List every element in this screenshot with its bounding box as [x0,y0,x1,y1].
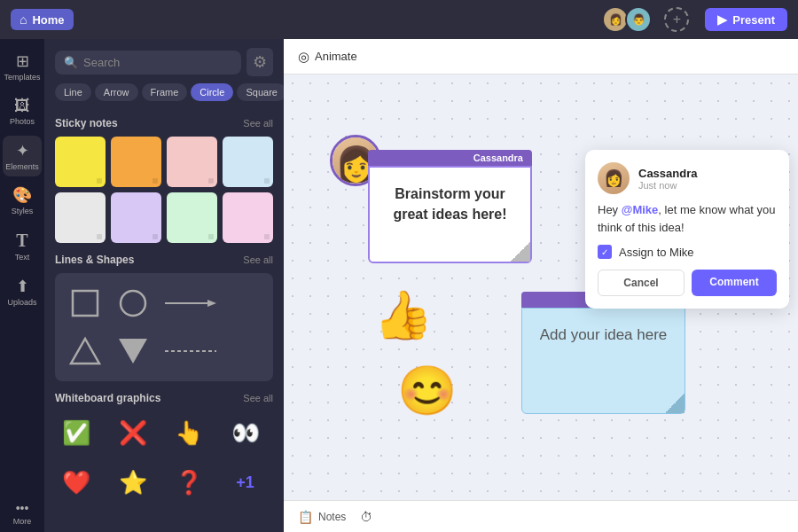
graphic-point[interactable]: 👆 [168,411,210,454]
styles-label: Styles [12,207,34,216]
sidebar-item-text[interactable]: T Text [3,225,42,268]
present-label: Present [732,13,775,27]
whiteboard-graphics-see-all[interactable]: See all [243,393,273,403]
sidebar-item-templates[interactable]: ⊞ Templates [3,46,42,88]
smiley-emoji[interactable]: 😊 [397,363,457,419]
sticky-green[interactable] [167,192,217,243]
canvas-area[interactable]: 👩 Cassandra Brainstorm your great ideas … [284,74,798,500]
left-panel: 🔍 ⚙ Line Arrow Frame Circle Square › Sti… [44,39,284,532]
lines-shapes-see-all[interactable]: See all [243,254,273,265]
tab-frame[interactable]: Frame [142,83,188,101]
graphic-plus1[interactable]: +1 [224,461,267,504]
photos-icon: 🖼 [14,97,30,115]
templates-label: Templates [4,73,40,82]
photos-label: Photos [10,117,35,127]
cassandra-tag: Cassandra [368,150,532,166]
sticky-notes-grid [55,137,273,243]
uploads-icon: ⬆ [16,277,29,296]
sticky-white[interactable] [55,192,106,243]
mike-sticky-text: Add your idea here [540,326,668,343]
panel-scroll: Sticky notes See all Lines & Shapes See … [44,108,284,532]
search-box[interactable]: 🔍 [55,51,241,74]
sidebar-item-photos[interactable]: 🖼 Photos [3,91,42,132]
timer-button[interactable]: ⏱ [360,510,372,524]
sticky-mauve[interactable] [223,192,273,243]
notes-button[interactable]: 📋 Notes [298,510,346,524]
graphic-heart[interactable]: ❤️ [55,461,98,504]
sticky-notes-see-all[interactable]: See all [243,118,273,129]
animate-label: Animate [315,50,357,63]
svg-rect-0 [73,291,98,316]
shape-down-triangle[interactable] [112,330,154,372]
uploads-label: Uploads [7,298,36,308]
sticky-yellow[interactable] [55,137,106,187]
timer-icon: ⏱ [360,510,372,524]
graphic-star[interactable]: ⭐ [112,461,154,504]
present-icon: ▶ [717,12,727,27]
sticky-orange[interactable] [111,137,161,187]
comment-user: Cassandra [638,167,697,180]
shape-line-solid[interactable] [160,292,223,315]
elements-icon: ✦ [16,141,29,160]
search-input[interactable] [83,56,232,69]
comment-card: 👩 Cassandra Just now Hey @Mike, let me k… [585,150,789,309]
graphic-question[interactable]: ❓ [168,461,210,504]
lines-shapes-header: Lines & Shapes See all [55,254,273,266]
filter-button[interactable]: ⚙ [246,48,273,76]
present-button[interactable]: ▶ Present [705,8,787,31]
search-icon: 🔍 [64,56,78,69]
comment-text: Hey @Mike, let me know what you think of… [598,201,777,236]
add-collaborator-button[interactable]: + [664,7,689,32]
sidebar-item-elements[interactable]: ✦ Elements [3,136,42,177]
animate-button[interactable]: ◎ Animate [298,49,357,65]
sidebar-item-styles[interactable]: 🎨 Styles [3,180,42,222]
sticky-notes-title: Sticky notes [55,117,118,129]
notes-icon: 📋 [298,510,313,524]
assign-row: ✓ Assign to Mike [598,245,777,259]
tab-circle[interactable]: Circle [191,83,233,101]
graphic-eyes[interactable]: 👀 [224,411,267,454]
shape-line-dashed[interactable] [160,340,223,363]
mike-sticky-fold [665,394,685,413]
thumbs-up-emoji[interactable]: 👍 [370,285,434,346]
assign-checkbox[interactable]: ✓ [598,245,612,259]
cassandra-sticky-body: Brainstorm your great ideas here! [368,166,532,263]
sticky-cassandra[interactable]: Cassandra Brainstorm your great ideas he… [368,150,532,263]
assign-label: Assign to Mike [619,246,694,259]
shape-triangle[interactable] [64,330,106,372]
styles-icon: 🎨 [12,185,32,205]
sticky-mike[interactable]: Mike Add your idea here [521,292,685,414]
tab-arrow[interactable]: Arrow [95,83,138,101]
shape-square[interactable] [64,282,106,325]
sticky-blue[interactable] [223,137,273,187]
shapes-grid [55,273,273,381]
home-icon: ⌂ [20,12,27,27]
whiteboard-graphics-title: Whiteboard graphics [55,392,160,404]
tab-square[interactable]: Square [237,83,284,101]
comment-avatar: 👩 [598,162,630,194]
text-label: Text [15,253,30,262]
elements-label: Elements [5,162,39,172]
collaborator-avatars: 👩 👨 [602,6,652,33]
comment-button[interactable]: Comment [692,270,777,296]
tab-line[interactable]: Line [55,83,91,101]
sticky-purple[interactable] [111,192,161,243]
canvas-bottombar: 📋 Notes ⏱ [284,500,798,532]
graphic-checkmark[interactable]: ✅ [55,411,98,454]
sidebar-item-uploads[interactable]: ⬆ Uploads [3,271,42,313]
shape-circle[interactable] [112,282,154,325]
templates-icon: ⊞ [16,51,29,71]
comment-header: 👩 Cassandra Just now [598,162,777,194]
comment-actions: Cancel Comment [598,270,777,296]
cancel-button[interactable]: Cancel [598,270,685,296]
comment-text-before: Hey [598,203,622,216]
graphic-x[interactable]: ❌ [112,411,154,454]
comment-time: Just now [638,180,697,191]
home-button[interactable]: ⌂ Home [11,9,74,30]
sticky-pink[interactable] [167,137,217,187]
svg-marker-5 [119,339,147,364]
whiteboard-graphics-header: Whiteboard graphics See all [55,392,273,404]
whiteboard-graphics-grid: ✅ ❌ 👆 👀 ❤️ ⭐ ❓ +1 [55,411,273,504]
sidebar-item-more[interactable]: ••• More [3,496,42,532]
home-label: Home [32,13,64,27]
